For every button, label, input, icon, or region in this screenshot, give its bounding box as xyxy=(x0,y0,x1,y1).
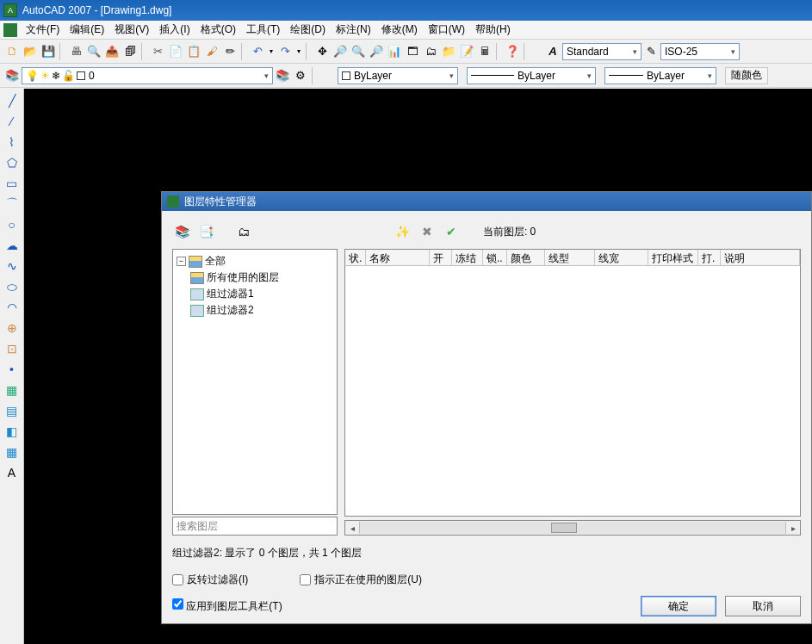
circle-icon[interactable]: ○ xyxy=(3,216,21,233)
xline-icon[interactable]: ∕ xyxy=(3,113,21,130)
col-freeze[interactable]: 冻结 xyxy=(452,250,483,265)
save-icon[interactable]: 💾 xyxy=(40,43,57,60)
layer-list[interactable] xyxy=(344,266,801,517)
help-icon[interactable]: ❓ xyxy=(504,43,521,60)
point-icon[interactable]: • xyxy=(3,361,21,378)
col-plotstyle[interactable]: 打印样式 xyxy=(648,250,698,265)
tree-node-all-used[interactable]: 所有使用的图层 xyxy=(190,269,333,286)
open-icon[interactable]: 📂 xyxy=(22,43,39,60)
zoom-rt-icon[interactable]: 🔎 xyxy=(332,43,349,60)
chk-invert-filter[interactable]: 反转过滤器(I) xyxy=(172,573,248,587)
spline-icon[interactable]: ∿ xyxy=(3,257,21,275)
collapse-icon[interactable]: − xyxy=(177,257,186,266)
layer-mgr-icon[interactable]: 📚 xyxy=(3,67,21,84)
menu-insert[interactable]: 插入(I) xyxy=(154,21,195,39)
menu-help[interactable]: 帮助(H) xyxy=(470,21,516,39)
redo-icon[interactable]: ↷ xyxy=(276,43,294,60)
col-status[interactable]: 状. xyxy=(345,250,366,265)
rectangle-icon[interactable]: ▭ xyxy=(3,175,21,192)
menu-format[interactable]: 格式(O) xyxy=(195,21,241,39)
calc-icon[interactable]: 🖩 xyxy=(476,43,493,60)
menu-view[interactable]: 视图(V) xyxy=(109,21,154,39)
new-icon[interactable]: 🗋 xyxy=(3,43,21,60)
new-layer-icon[interactable]: ✨ xyxy=(394,222,412,241)
sheet-icon[interactable]: 🗐 xyxy=(121,43,139,60)
menu-dimension[interactable]: 标注(N) xyxy=(331,21,376,39)
properties-icon[interactable]: 📊 xyxy=(386,43,403,60)
set-current-icon[interactable]: ✔ xyxy=(442,222,461,241)
color-btn[interactable]: 随颜色 xyxy=(725,67,768,84)
tree-node-group1[interactable]: 组过滤器1 xyxy=(190,286,333,302)
ellipse-icon[interactable]: ⬭ xyxy=(3,278,21,295)
layer-states-icon[interactable]: ⚙ xyxy=(292,67,309,84)
zoom-prev-icon[interactable]: 🔎 xyxy=(368,43,385,60)
hatch-icon[interactable]: ▦ xyxy=(3,381,21,399)
menu-file[interactable]: 文件(F) xyxy=(21,21,65,39)
dialog-titlebar[interactable]: 图层特性管理器 xyxy=(162,192,811,211)
paste-icon[interactable]: 📋 xyxy=(185,43,202,60)
publish-icon[interactable]: 📤 xyxy=(103,43,121,60)
print-icon[interactable]: 🖶 xyxy=(67,43,84,60)
tree-root[interactable]: − 全部 xyxy=(177,253,333,269)
text-style-icon[interactable]: A xyxy=(544,43,561,60)
dim-style-combo[interactable]: ISO-25▾ xyxy=(660,43,740,60)
col-lock[interactable]: 锁.. xyxy=(483,250,507,265)
ok-button[interactable]: 确定 xyxy=(641,596,716,616)
menu-window[interactable]: 窗口(W) xyxy=(423,21,470,39)
markup-icon[interactable]: 📝 xyxy=(458,43,475,60)
menu-modify[interactable]: 修改(M) xyxy=(376,21,423,39)
dim-style-icon[interactable]: ✎ xyxy=(642,43,660,60)
undo-icon[interactable]: ↶ xyxy=(249,43,266,60)
filter-tree[interactable]: − 全部 所有使用的图层 组过滤器1 组过滤器2 xyxy=(172,249,338,515)
col-plot[interactable]: 打. xyxy=(698,250,721,265)
pan-icon[interactable]: ✥ xyxy=(313,43,331,60)
text-style-combo[interactable]: Standard▾ xyxy=(562,43,642,60)
ellipse-arc-icon[interactable]: ◠ xyxy=(3,299,21,316)
copy-icon[interactable]: 📄 xyxy=(167,43,184,60)
sheet-set-icon[interactable]: 📁 xyxy=(440,43,457,60)
eraser-icon[interactable]: ✏ xyxy=(221,43,239,60)
layer-states-mgr-icon[interactable]: 🗂 xyxy=(234,222,253,241)
menu-draw[interactable]: 绘图(D) xyxy=(285,21,331,39)
scroll-right-icon[interactable]: ▸ xyxy=(786,523,800,533)
table-icon[interactable]: ▦ xyxy=(3,443,21,461)
col-on[interactable]: 开 xyxy=(430,250,452,265)
search-input[interactable]: 搜索图层 xyxy=(172,517,338,536)
col-name[interactable]: 名称 xyxy=(366,250,430,265)
mtext-icon[interactable]: A xyxy=(3,464,21,481)
dc-icon[interactable]: 🗔 xyxy=(404,43,421,60)
make-block-icon[interactable]: ⊡ xyxy=(3,340,21,357)
linetype-combo[interactable]: ByLayer ▾ xyxy=(467,67,596,84)
match-props-icon[interactable]: 🖌 xyxy=(203,43,220,60)
arc-icon[interactable]: ⌒ xyxy=(3,195,21,213)
col-lineweight[interactable]: 线宽 xyxy=(595,250,648,265)
chk-indicate-used[interactable]: 指示正在使用的图层(U) xyxy=(300,573,422,587)
col-linetype[interactable]: 线型 xyxy=(545,250,595,265)
menu-tools[interactable]: 工具(T) xyxy=(241,21,285,39)
revcloud-icon[interactable]: ☁ xyxy=(3,237,21,254)
color-combo[interactable]: ByLayer ▾ xyxy=(338,67,458,84)
undo-dd-icon[interactable]: ▾ xyxy=(267,43,276,60)
layer-list-header[interactable]: 状. 名称 开 冻结 锁.. 颜色 线型 线宽 打印样式 打. 说明 xyxy=(344,249,801,266)
chk-apply-toolbar[interactable]: 应用到图层工具栏(T) xyxy=(172,598,282,614)
delete-layer-icon[interactable]: ✖ xyxy=(418,222,437,241)
h-scrollbar[interactable]: ◂ ▸ xyxy=(344,520,801,536)
cut-icon[interactable]: ✂ xyxy=(149,43,166,60)
scroll-thumb[interactable] xyxy=(551,523,577,533)
block-icon[interactable]: ⊕ xyxy=(3,319,21,337)
scroll-left-icon[interactable]: ◂ xyxy=(345,523,359,533)
menu-edit[interactable]: 编辑(E) xyxy=(65,21,109,39)
col-desc[interactable]: 说明 xyxy=(721,250,800,265)
tree-node-group2[interactable]: 组过滤器2 xyxy=(190,302,333,319)
redo-dd-icon[interactable]: ▾ xyxy=(294,43,303,60)
plot-preview-icon[interactable]: 🔍 xyxy=(85,43,102,60)
new-filter-icon[interactable]: 📚 xyxy=(172,222,191,241)
pline-icon[interactable]: ⌇ xyxy=(3,133,21,151)
new-group-filter-icon[interactable]: 📑 xyxy=(196,222,215,241)
region-icon[interactable]: ◧ xyxy=(3,423,21,440)
gradient-icon[interactable]: ▤ xyxy=(3,402,21,419)
zoom-win-icon[interactable]: 🔍 xyxy=(350,43,367,60)
layer-combo[interactable]: 💡 ☀ ❄ 🔓 0 ▾ xyxy=(22,67,273,84)
line-icon[interactable]: ╱ xyxy=(3,92,21,109)
polygon-icon[interactable]: ⬠ xyxy=(3,154,21,171)
